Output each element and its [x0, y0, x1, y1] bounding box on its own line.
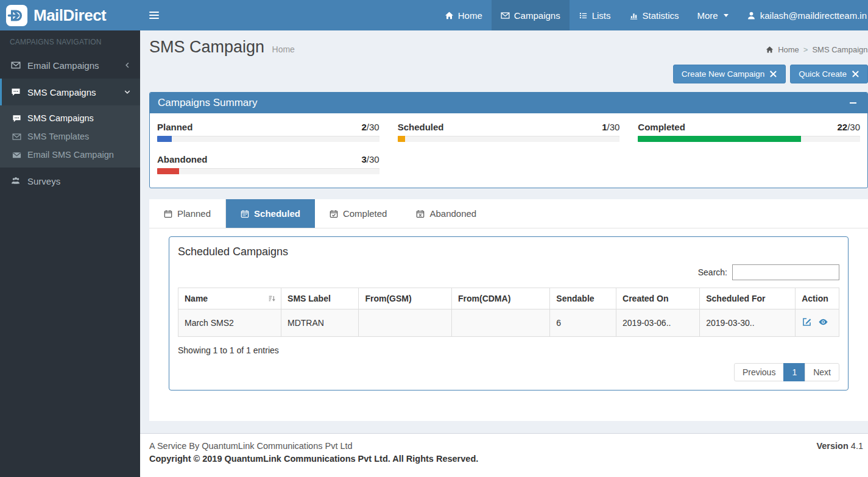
sidebar-toggle-button[interactable] — [140, 0, 168, 30]
brand[interactable]: MailDirect — [0, 0, 140, 30]
stat-scheduled: Scheduled 1/30 — [398, 122, 620, 142]
sidebar-item-label: SMS Campaigns — [27, 87, 96, 97]
column-header-sendable[interactable]: Sendable — [550, 288, 616, 309]
pagination-previous[interactable]: Previous — [734, 363, 784, 381]
tab-scheduled[interactable]: Scheduled — [226, 199, 315, 228]
cell-created-on: 2019-03-06.. — [616, 309, 700, 337]
sidebar-submenu-sms: SMS Campaigns SMS Templates Email SMS Ca… — [0, 105, 140, 168]
tab-completed[interactable]: Completed — [315, 199, 402, 228]
nav-label: Lists — [592, 10, 611, 21]
sidebar-subitem-label: Email SMS Campaign — [27, 150, 114, 160]
nav-item-statistics[interactable]: Statistics — [620, 0, 688, 30]
table-footer: Showing 1 to 1 of 1 entries Previous 1 N… — [178, 345, 839, 381]
envelope-outline-icon — [12, 132, 21, 141]
progress-fill — [398, 136, 406, 142]
column-header-from-cdma[interactable]: From(CDMA) — [451, 288, 549, 309]
user-icon — [747, 11, 756, 20]
cell-name: March SMS2 — [178, 309, 281, 337]
sidebar-subitem-label: SMS Campaigns — [27, 113, 94, 123]
column-header-from-gsm[interactable]: From(GSM) — [359, 288, 452, 309]
stat-count: 1/30 — [602, 122, 619, 132]
nav-item-campaigns[interactable]: Campaigns — [492, 0, 570, 30]
edit-icon — [802, 317, 812, 327]
nav-item-user-account[interactable]: kailash@maildirectteam.in — [738, 0, 868, 30]
sidebar-subitem-sms-templates[interactable]: SMS Templates — [0, 127, 140, 146]
nav-item-home[interactable]: Home — [436, 0, 492, 30]
nav-label: Campaigns — [514, 10, 560, 21]
column-header-name[interactable]: Name — [178, 288, 281, 309]
pagination: Previous 1 Next — [734, 363, 839, 381]
stat-count: 3/30 — [361, 154, 379, 164]
caret-down-icon — [724, 14, 729, 17]
home-icon — [766, 46, 774, 54]
progress-track — [638, 136, 860, 142]
stat-planned: Planned 2/30 — [157, 122, 379, 142]
panel-title: Campaigns Summary — [158, 97, 257, 109]
footer-version: Version 4.1 — [816, 441, 863, 451]
bar-chart-icon — [629, 11, 638, 20]
column-header-created-on[interactable]: Created On — [616, 288, 700, 309]
user-email: kailash@maildirectteam.in — [760, 10, 867, 21]
progress-track — [398, 136, 620, 142]
home-icon — [445, 11, 454, 20]
table-info: Showing 1 to 1 of 1 entries — [178, 345, 839, 355]
scheduled-campaigns-box: Scheduled Campaigns Search: Name SMS Lab… — [169, 236, 849, 390]
sidebar-item-label: Email Campaigns — [27, 60, 99, 71]
chevron-left-icon — [124, 62, 131, 69]
column-header-action: Action — [796, 288, 839, 309]
collapse-minus-icon[interactable] — [846, 97, 859, 108]
search-input[interactable] — [732, 264, 839, 280]
sidebar-item-surveys[interactable]: Surveys — [0, 168, 140, 194]
tab-label: Scheduled — [254, 208, 300, 219]
breadcrumb-home[interactable]: Home — [778, 45, 799, 54]
campaigns-summary-header: Campaigns Summary — [150, 93, 867, 113]
sort-icon[interactable] — [268, 295, 276, 303]
nav-label: More — [697, 10, 718, 21]
box-title: Scheduled Campaigns — [178, 246, 839, 258]
progress-track — [157, 136, 379, 142]
column-header-sms-label[interactable]: SMS Label — [281, 288, 359, 309]
sidebar-subitem-email-sms-campaign[interactable]: Email SMS Campaign — [0, 146, 140, 164]
breadcrumb-current: SMS Campaigns — [812, 45, 868, 54]
users-icon — [11, 176, 21, 186]
footer-service-line: A Service By QuantumLink Communications … — [149, 441, 859, 451]
sidebar-item-sms-campaigns[interactable]: SMS Campaigns — [0, 79, 140, 105]
tab-content: Scheduled Campaigns Search: Name SMS Lab… — [149, 228, 868, 421]
cell-sms-label: MDTRAN — [281, 309, 359, 337]
page-title: SMS Campaign — [149, 38, 264, 56]
progress-fill — [638, 136, 800, 142]
progress-fill — [157, 168, 179, 174]
nav-label: Home — [458, 10, 482, 21]
stat-label: Scheduled — [398, 122, 444, 132]
sidebar: CAMPAIGNS NAVIGATION Email Campaigns SMS… — [0, 30, 140, 477]
campaigns-tabs-panel: Planned Scheduled Completed Abandoned Sc… — [149, 199, 868, 421]
tab-abandoned[interactable]: Abandoned — [401, 199, 491, 228]
column-header-scheduled-for[interactable]: Scheduled For — [700, 288, 796, 309]
top-navbar: MailDirect Home Campaigns Lists Statisti… — [0, 0, 868, 30]
cell-scheduled-for: 2019-03-30.. — [700, 309, 796, 337]
content-header: SMS Campaign Home Home > SMS Campaigns — [149, 38, 868, 57]
sidebar-item-email-campaigns[interactable]: Email Campaigns — [0, 52, 140, 79]
campaigns-summary-body: Planned 2/30 Scheduled 1/30 Completed 22… — [150, 113, 867, 188]
tab-planned[interactable]: Planned — [149, 199, 226, 228]
pagination-page-1[interactable]: 1 — [783, 363, 805, 381]
calendar-check-icon — [330, 210, 338, 218]
nav-item-more[interactable]: More — [688, 0, 738, 30]
quick-create-button[interactable]: Quick Create — [790, 65, 868, 83]
brand-name: MailDirect — [34, 6, 106, 25]
comment-icon — [11, 87, 21, 97]
edit-button[interactable] — [802, 317, 812, 327]
envelope-icon — [12, 150, 21, 160]
view-button[interactable] — [818, 317, 828, 327]
calendar-icon — [241, 210, 249, 218]
create-new-campaign-button[interactable]: Create New Campaign — [673, 65, 786, 83]
search-label: Search: — [698, 267, 727, 277]
tab-label: Completed — [343, 208, 387, 219]
pagination-next[interactable]: Next — [805, 363, 839, 381]
sidebar-subitem-sms-campaigns[interactable]: SMS Campaigns — [0, 109, 140, 127]
envelope-icon — [11, 60, 21, 70]
stat-completed: Completed 22/30 — [638, 122, 860, 142]
nav-label: Statistics — [643, 10, 679, 21]
tab-label: Planned — [177, 208, 211, 219]
nav-item-lists[interactable]: Lists — [570, 0, 620, 30]
